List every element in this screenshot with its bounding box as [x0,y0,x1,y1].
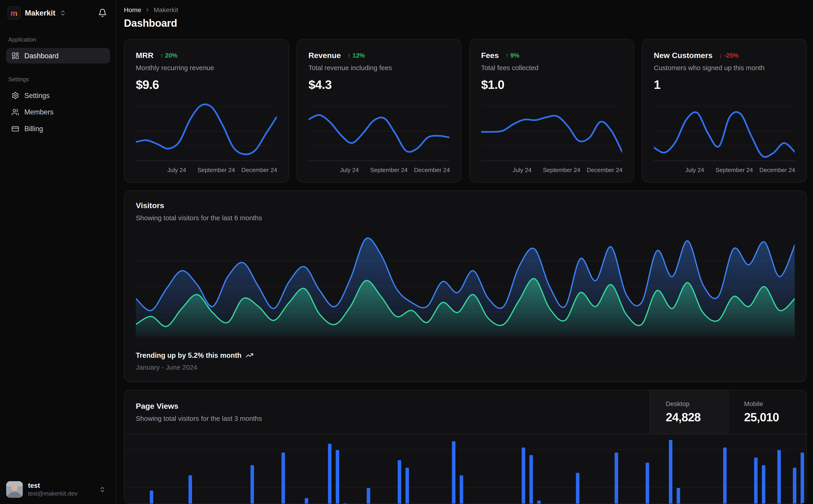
notifications-button[interactable] [97,8,108,19]
workspace-name: Makerkit [25,9,55,17]
stat-description: Monthly recurring revenue [136,64,277,72]
page-views-toggles: Desktop 24,828 Mobile 25,010 [650,390,806,434]
trend-badge: ↑ 12% [348,52,365,59]
stat-card-new-customers: New Customers ↓ -25% Customers who signe… [642,39,807,182]
page-views-subtitle: Showing total visitors for the last 3 mo… [136,415,638,422]
page-views-header: Page Views Showing total visitors for th… [124,390,806,434]
nav-group-label-application: Application [8,36,108,43]
stat-title: MRR [136,51,153,60]
x-axis-label: July 24 [340,167,359,174]
visitors-card: Visitors Showing total visitors for the … [124,190,807,382]
toggle-label: Desktop [666,400,728,408]
users-icon [11,108,19,116]
page-views-bar-chart [124,434,806,504]
user-email: test@makerkit.dev [28,489,94,498]
visitors-title: Visitors [136,201,795,210]
user-menu[interactable]: test test@makerkit.dev [6,481,110,498]
stat-description: Total fees collected [481,64,622,72]
breadcrumb-current: Makerkit [154,6,178,14]
chevrons-up-down-icon [99,486,106,493]
stat-value: 1 [654,77,795,92]
workspace-selector[interactable]: m Makerkit [7,6,93,20]
stat-value: $1.0 [481,77,622,92]
visitors-date-range: January - June 2024 [136,363,795,371]
chevron-right-icon [144,7,150,13]
chevrons-up-down-icon [59,10,66,16]
user-name: test [28,481,94,489]
revenue-sparkline-chart [309,101,450,161]
stat-card-revenue: Revenue ↑ 12% Total revenue including fe… [297,39,461,182]
x-axis-labels: July 24September 24December 24 [654,165,795,175]
stat-value: $4.3 [309,77,450,92]
stat-description: Customers who signed up this month [654,64,795,72]
x-axis-label: September 24 [197,167,235,174]
stat-value: $9.6 [136,77,277,92]
sidebar-item-label: Members [24,108,54,116]
x-axis-label: December 24 [414,167,450,174]
stat-title: Revenue [309,51,341,60]
sidebar-item-dashboard[interactable]: Dashboard [6,48,110,64]
bell-icon [98,8,107,17]
visitors-trend-text: Trending up by 5.2% this month [136,351,242,359]
credit-card-icon [11,125,19,133]
sidebar-item-label: Billing [24,125,43,133]
page-title: Dashboard [124,17,807,29]
stat-card-fees: Fees ↑ 9% Total fees collected $1.0 July… [469,39,634,182]
sidebar-item-label: Dashboard [24,52,59,60]
layout-dashboard-icon [11,52,19,60]
sidebar-nav: Application Dashboard Settings Settings … [0,24,116,476]
stat-description: Total revenue including fees [309,64,450,72]
makerkit-logo: m [7,6,21,20]
page-views-title: Page Views [136,402,638,411]
stat-card-mrr: MRR ↑ 20% Monthly recurring revenue $9.6… [124,39,289,182]
sidebar-item-settings[interactable]: Settings [6,88,110,103]
new-customers-sparkline-chart [654,101,795,161]
x-axis-label: September 24 [716,167,753,174]
sidebar-item-label: Settings [24,92,50,100]
visitors-area-chart [136,235,795,338]
page-views-card: Page Views Showing total visitors for th… [124,390,807,504]
user-avatar [6,481,23,498]
x-axis-label: December 24 [760,167,795,174]
trend-badge: ↑ 20% [160,52,178,59]
x-axis-label: July 24 [167,167,186,174]
x-axis-labels: July 24September 24December 24 [309,165,450,175]
nav-group-label-settings: Settings [8,76,108,83]
user-meta: test test@makerkit.dev [28,481,94,498]
x-axis-label: December 24 [242,167,277,174]
breadcrumb-home[interactable]: Home [124,6,141,14]
stat-title: New Customers [654,51,713,60]
x-axis-label: December 24 [587,167,623,174]
sidebar: m Makerkit Application Dashboard Setting… [0,0,117,504]
x-axis-label: July 24 [512,167,531,174]
x-axis-label: July 24 [685,167,704,174]
x-axis-label: September 24 [543,167,580,174]
visitors-subtitle: Showing total visitors for the last 6 mo… [136,214,795,222]
gear-icon [11,92,19,99]
toggle-value: 24,828 [666,410,728,424]
mrr-sparkline-chart [136,101,277,161]
sidebar-item-members[interactable]: Members [6,104,110,120]
visitors-footer: Trending up by 5.2% this month January -… [136,351,795,371]
toggle-desktop[interactable]: Desktop 24,828 [650,390,728,434]
logo-letter: m [11,9,17,17]
x-axis-labels: July 24September 24December 24 [136,165,277,175]
breadcrumb: Home Makerkit [124,6,807,14]
trending-up-icon [246,351,254,359]
x-axis-labels: July 24September 24December 24 [481,165,622,175]
sidebar-item-billing[interactable]: Billing [6,121,110,137]
toggle-label: Mobile [744,400,806,408]
x-axis-label: September 24 [370,167,408,174]
toggle-mobile[interactable]: Mobile 25,010 [728,390,806,434]
trend-badge: ↓ -25% [719,52,739,59]
toggle-value: 25,010 [744,410,806,424]
fees-sparkline-chart [481,101,622,161]
stat-cards-row: MRR ↑ 20% Monthly recurring revenue $9.6… [124,39,807,182]
main-content: Home Makerkit Dashboard MRR ↑ 20% Monthl… [117,0,813,504]
sidebar-header: m Makerkit [0,0,116,24]
trend-badge: ↑ 9% [506,52,519,59]
stat-title: Fees [481,51,499,60]
